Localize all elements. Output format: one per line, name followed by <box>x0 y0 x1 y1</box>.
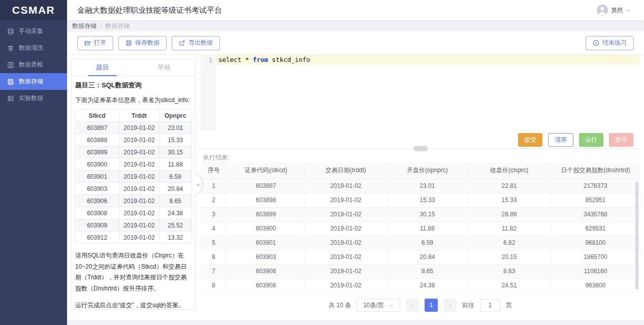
cell-trddt: 2019-01-02 <box>119 183 159 195</box>
cell-trddt: 2019-01-02 <box>305 179 387 193</box>
table-row: 603900 2019-01-02 11.88 <box>75 158 192 171</box>
results-table-wrap: 序号 证券代码(stkcd) 交易日期(trddt) 开盘价(opnprc) 收… <box>201 162 640 293</box>
results-label: 执行结果: <box>203 153 229 162</box>
cell-dnshrtrd: 852951 <box>551 193 640 207</box>
table-row: 2 603898 2019-01-02 15.33 15.33 852951 <box>201 193 640 207</box>
user-name: 昊然 <box>611 6 623 15</box>
question-requirement: 请用SQL语句查询日收盘价（Clsprc）在10~20之间的证券代码（Stkcd… <box>75 250 191 294</box>
save-data-button[interactable]: 保存数据 <box>118 36 167 50</box>
sidebar-item-data-storage[interactable]: 数据存储 <box>0 73 67 90</box>
cell-opnprc: 24.38 <box>387 278 468 292</box>
save-icon <box>125 40 132 46</box>
cell-opnprc: 11.88 <box>387 221 468 236</box>
cell-stkcd: 603908 <box>75 207 119 219</box>
table-row: 603912 2019-01-02 13.32 <box>75 232 192 244</box>
column-header-index: 序号 <box>201 162 227 179</box>
cell-trddt: 2019-01-02 <box>119 195 159 207</box>
tab-question[interactable]: 题目 <box>72 59 134 76</box>
cell-index: 4 <box>201 221 227 236</box>
cell-opnprc: 8.65 <box>159 195 191 207</box>
question-title: 题目三：SQL数据查询 <box>75 81 192 90</box>
finish-practice-button[interactable]: 结束练习 <box>586 36 634 50</box>
splitter-drag-handle[interactable]: ··· <box>413 146 428 151</box>
table-row: 4 603900 2019-01-02 11.88 11.82 629531 <box>201 221 640 236</box>
tab-draft[interactable]: 草稿 <box>134 59 196 76</box>
cell-stkcd: 603901 <box>227 236 305 250</box>
question-table-body: 603897 2019-01-02 23.01 603898 2019-01-0… <box>75 122 192 244</box>
table-row: 603899 2019-01-02 30.15 <box>75 146 192 158</box>
cell-clsprc: 11.82 <box>468 221 551 236</box>
sidebar: CSMAR 手动采集 数据清洗 <box>0 0 67 325</box>
cell-trddt: 2019-01-02 <box>305 193 387 207</box>
sidebar-item-label: 实验数据 <box>19 94 43 103</box>
cell-dnshrtrd: 2176373 <box>551 179 640 193</box>
cell-opnprc: 25.52 <box>159 219 191 232</box>
cell-stkcd: 603906 <box>227 264 305 278</box>
submit-button[interactable]: 提交 <box>518 133 542 147</box>
code-line-1[interactable]: select * from stkcd_info <box>216 55 640 64</box>
export-data-button[interactable]: 导出数据 <box>172 36 220 50</box>
cell-trddt: 2019-01-02 <box>305 207 387 221</box>
table-row: 6 603903 2019-01-02 20.84 20.15 1865700 <box>201 250 640 264</box>
cell-opnprc: 23.01 <box>387 179 468 193</box>
results-scrollbar[interactable] <box>635 182 638 289</box>
cell-trddt: 2019-01-02 <box>305 264 387 278</box>
column-header-stkcd: 证券代码(stkcd) <box>227 162 305 179</box>
sidebar-item-experiment-data[interactable]: 实验数据 <box>0 90 67 107</box>
cell-index: 1 <box>201 179 227 193</box>
cell-opnprc: 6.59 <box>159 171 191 183</box>
prev-page-button[interactable]: ‹ <box>406 299 419 312</box>
page-size-select[interactable]: 10条/页 <box>357 299 400 312</box>
question-note: 运行完成后点击“提交”，提交sql的答案。 <box>75 301 191 310</box>
sidebar-item-data-qc[interactable]: 数据质检 <box>0 56 67 73</box>
csmar-logo: CSMAR <box>0 0 67 20</box>
sidebar-item-manual-collect[interactable]: 手动采集 <box>0 23 67 40</box>
editor-gutter: 1 <box>201 55 216 131</box>
table-row: 603897 2019-01-02 23.01 <box>75 122 192 134</box>
pause-button[interactable]: 暂停 <box>609 133 633 147</box>
open-button[interactable]: 打开 <box>77 36 113 50</box>
cell-stkcd: 603901 <box>75 171 119 183</box>
question-tabs: 题目 草稿 <box>72 59 195 76</box>
top-header: 金融大数据处理职业技能等级证书考试平台 昊然 <box>67 0 644 20</box>
goto-page-input[interactable] <box>480 299 500 312</box>
user-menu[interactable]: 昊然 <box>597 5 631 16</box>
cell-dnshrtrd: 629531 <box>551 221 640 236</box>
column-header: Trddt <box>119 110 159 122</box>
breadcrumb-current: 数据存储 <box>105 22 130 30</box>
server-icon <box>7 95 14 102</box>
clear-screen-button[interactable]: 清屏 <box>548 133 573 147</box>
table-row: 1 603897 2019-01-02 23.01 22.81 2176373 <box>201 179 640 193</box>
editor-code-area[interactable]: select * from stkcd_info <box>216 55 640 131</box>
cell-opnprc: 6.59 <box>387 236 468 250</box>
cell-trddt: 2019-01-02 <box>119 146 159 158</box>
sidebar-item-label: 数据存储 <box>19 77 43 86</box>
sidebar-item-label: 数据质检 <box>19 60 43 69</box>
cell-trddt: 2019-01-02 <box>305 278 387 292</box>
sql-editor[interactable]: 1 select * from stkcd_info <box>201 55 640 131</box>
cell-trddt: 2019-01-02 <box>119 219 159 232</box>
breadcrumb-section[interactable]: 数据存储 <box>72 22 96 30</box>
question-panel: 题目 草稿 题目三：SQL数据查询 下面为证券基本信息表，表名为stkcd_in… <box>71 59 196 310</box>
next-page-button[interactable]: › <box>443 299 457 312</box>
avatar <box>597 5 608 16</box>
sidebar-item-label: 手动采集 <box>19 27 43 36</box>
page-size-value: 10条/页 <box>363 301 384 310</box>
question-body: 题目三：SQL数据查询 下面为证券基本信息表，表名为stkcd_info: St… <box>72 76 195 315</box>
results-table: 序号 证券代码(stkcd) 交易日期(trddt) 开盘价(opnprc) 收… <box>201 162 640 293</box>
breadcrumb: 数据存储 / 数据存储 <box>67 20 644 31</box>
cell-stkcd: 603906 <box>75 195 119 207</box>
sidebar-item-data-clean[interactable]: 数据清洗 <box>0 40 67 56</box>
cell-trddt: 2019-01-02 <box>305 250 387 264</box>
export-icon <box>179 40 185 46</box>
page-title: 金融大数据处理职业技能等级证书考试平台 <box>77 6 222 15</box>
cell-stkcd: 603908 <box>227 278 305 292</box>
cell-index: 7 <box>201 264 227 278</box>
cell-trddt: 2019-01-02 <box>119 171 159 183</box>
cell-opnprc: 15.33 <box>387 193 468 207</box>
cell-index: 8 <box>201 278 227 292</box>
run-button[interactable]: 运行 <box>579 133 603 147</box>
cell-stkcd: 603899 <box>75 146 119 158</box>
page-1-button[interactable]: 1 <box>425 299 438 312</box>
table-row: 5 603901 2019-01-02 6.59 6.62 968100 <box>201 236 640 250</box>
